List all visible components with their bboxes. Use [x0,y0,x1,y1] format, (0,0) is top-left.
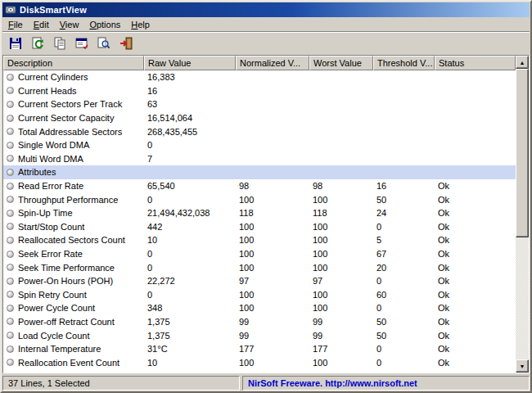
column-header-normalized[interactable]: Normalized V... [236,56,309,70]
cell-raw: 31°C [144,344,236,354]
table-row[interactable]: Spin Retry Count010010060Ok [3,288,516,302]
cell-raw: 0 [144,290,236,300]
table-row[interactable]: Power-On Hours (POH)22,27297970Ok [3,274,516,288]
table-row[interactable]: Load Cycle Count1,375999950Ok [3,328,516,342]
cell-status: Ok [435,290,516,300]
table-row[interactable]: Power-off Retract Count1,375999950Ok [3,315,516,329]
table-row[interactable]: Start/Stop Count4421001000Ok [3,220,516,234]
property-icon [7,278,14,285]
scrollbar-thumb[interactable] [516,69,529,237]
scrollbar-track[interactable] [516,69,529,359]
copy-button[interactable] [49,34,70,53]
cell-description: Internal Temperature [3,344,144,354]
cell-worst: 99 [309,331,373,341]
property-icon [7,155,14,162]
table-row[interactable]: Multi Word DMA7 [3,152,516,166]
column-header-status[interactable]: Status [435,56,516,70]
menu-help[interactable]: Help [126,18,156,31]
table-row[interactable]: Reallocated Sectors Count101001005Ok [3,233,516,247]
table-row[interactable]: Reallocation Event Count101001000Ok [3,355,516,369]
save-button[interactable] [5,34,25,53]
list-body: Current Cylinders16,383Current Heads16Cu… [3,70,516,373]
menu-view[interactable]: View [55,18,85,31]
cell-description: Spin-Up Time [3,208,144,218]
cell-description: Current Cylinders [3,72,144,82]
cell-status: Ok [435,317,516,327]
cell-threshold: 60 [373,290,435,300]
cell-threshold: 20 [373,263,435,273]
cell-raw: 10 [144,358,236,368]
cell-status: Ok [435,303,516,313]
cell-threshold: 50 [373,317,435,327]
table-row[interactable]: Total Addressable Sectors268,435,455 [3,124,516,138]
table-row[interactable]: Power Cycle Count3481001000Ok [3,301,516,315]
cell-raw: 1,375 [144,331,236,341]
cell-raw: 10 [144,235,236,245]
cell-threshold: 5 [373,235,435,245]
property-icon [7,291,14,298]
table-row[interactable]: Current Pending Sector Count6 [3,369,516,373]
cell-status: Ok [435,181,516,191]
cell-worst: 97 [309,276,373,286]
cell-normalized: 97 [236,276,309,286]
status-bar: 37 Lines, 1 Selected NirSoft Freeware. h… [2,373,530,391]
table-row[interactable]: Read Error Rate65,540989816Ok [3,179,516,193]
cell-description: Spin Retry Count [3,290,144,300]
cell-description: Reallocated Sectors Count [3,235,144,245]
property-icon [7,237,14,244]
table-row[interactable]: Seek Time Performance010010020Ok [3,260,516,274]
property-icon [7,87,14,94]
column-header-description[interactable]: Description [3,56,144,70]
menu-edit[interactable]: Edit [29,18,55,31]
exit-button[interactable] [115,34,136,53]
cell-status: Ok [435,358,516,368]
property-icon [7,115,14,122]
cell-raw: 0 [144,249,236,259]
save-icon [9,37,22,50]
cell-description: Read Error Rate [3,181,144,191]
property-icon [7,346,14,353]
cell-status: Ok [435,331,516,341]
vertical-scrollbar[interactable]: ▲ ▼ [516,56,529,373]
app-window: DiskSmartView File Edit View Options Hel… [0,0,532,393]
title-bar: DiskSmartView [2,2,530,17]
cell-worst: 100 [309,222,373,232]
table-row[interactable]: Spin-Up Time21,494,432,03811811824Ok [3,206,516,220]
table-row[interactable]: Seek Error Rate010010067Ok [3,247,516,261]
cell-threshold: 16 [373,181,435,191]
column-header-raw[interactable]: Raw Value [144,56,236,70]
table-row[interactable]: Throughput Performance010010050Ok [3,192,516,206]
table-row[interactable]: Attributes [3,165,516,179]
table-row[interactable]: Current Sectors Per Track63 [3,97,516,111]
table-row[interactable]: Current Heads16 [3,84,516,98]
property-icon [7,359,14,366]
property-icon [7,101,14,108]
property-icon [7,128,14,135]
menu-file[interactable]: File [3,18,29,31]
find-button[interactable] [93,34,114,53]
table-row[interactable]: Current Cylinders16,383 [3,70,516,84]
cell-raw: 6 [144,371,236,373]
smart-attributes-list: DescriptionRaw ValueNormalized V...Worst… [3,56,516,373]
property-icon [7,251,14,258]
scroll-up-button[interactable]: ▲ [516,56,529,69]
menu-options[interactable]: Options [84,18,126,31]
cell-normalized: 100 [236,303,309,313]
column-header-threshold[interactable]: Threshold V... [373,56,435,70]
table-row[interactable]: Current Sector Capacity16,514,064 [3,111,516,125]
status-nirsoft-link[interactable]: NirSoft Freeware. http://www.nirsoft.net [242,376,530,391]
property-icon [7,223,14,230]
cell-raw: 7 [144,154,236,164]
cell-normalized: 100 [236,263,309,273]
cell-threshold: 0 [373,222,435,232]
scroll-down-button[interactable]: ▼ [516,359,529,373]
column-header-worst[interactable]: Worst Value [309,56,373,70]
cell-raw: 268,435,455 [144,127,236,137]
table-row[interactable]: Single Word DMA0 [3,138,516,152]
cell-raw: 0 [144,140,236,150]
properties-button[interactable] [71,34,92,53]
menu-bar: File Edit View Options Help [2,17,530,32]
refresh-button[interactable] [27,34,47,53]
table-row[interactable]: Internal Temperature31°C1771770Ok [3,342,516,356]
cell-description: Total Addressable Sectors [3,127,144,137]
